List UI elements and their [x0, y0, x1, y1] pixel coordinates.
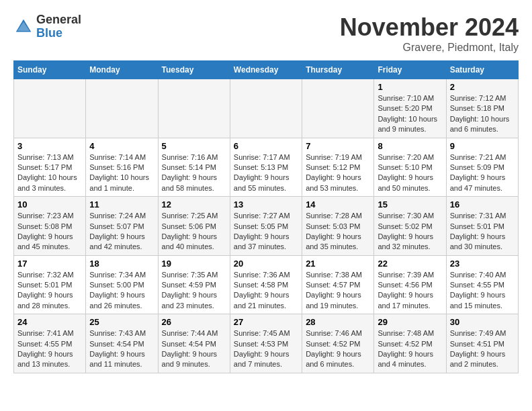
day-number: 7 [306, 141, 370, 151]
day-info: Sunrise: 7:44 AM Sunset: 4:54 PM Dayligh… [162, 328, 226, 370]
col-wednesday: Wednesday [230, 61, 302, 79]
table-row: 1Sunrise: 7:10 AM Sunset: 5:20 PM Daylig… [374, 79, 446, 138]
table-row: 10Sunrise: 7:23 AM Sunset: 5:08 PM Dayli… [14, 197, 86, 256]
day-number: 15 [378, 199, 442, 210]
table-row: 24Sunrise: 7:41 AM Sunset: 4:55 PM Dayli… [14, 314, 86, 373]
logo-icon [13, 17, 34, 37]
day-info: Sunrise: 7:35 AM Sunset: 4:59 PM Dayligh… [162, 270, 226, 312]
logo-general-text: General [36, 13, 81, 27]
table-row: 11Sunrise: 7:24 AM Sunset: 5:07 PM Dayli… [86, 197, 158, 256]
day-info: Sunrise: 7:34 AM Sunset: 5:00 PM Dayligh… [89, 270, 154, 312]
day-info: Sunrise: 7:19 AM Sunset: 5:12 PM Dayligh… [306, 152, 370, 194]
day-info: Sunrise: 7:31 AM Sunset: 5:01 PM Dayligh… [450, 211, 515, 253]
day-info: Sunrise: 7:43 AM Sunset: 4:54 PM Dayligh… [89, 328, 154, 370]
day-number: 25 [89, 317, 154, 327]
day-number: 10 [17, 199, 82, 210]
table-row [14, 79, 86, 138]
table-row: 2Sunrise: 7:12 AM Sunset: 5:18 PM Daylig… [446, 79, 518, 138]
day-info: Sunrise: 7:25 AM Sunset: 5:06 PM Dayligh… [162, 211, 226, 253]
col-monday: Monday [86, 61, 158, 79]
calendar-week-5: 24Sunrise: 7:41 AM Sunset: 4:55 PM Dayli… [14, 314, 519, 373]
table-row: 7Sunrise: 7:19 AM Sunset: 5:12 PM Daylig… [302, 138, 374, 197]
day-info: Sunrise: 7:23 AM Sunset: 5:08 PM Dayligh… [17, 211, 82, 253]
day-number: 9 [450, 141, 515, 151]
day-info: Sunrise: 7:48 AM Sunset: 4:52 PM Dayligh… [378, 328, 442, 370]
day-info: Sunrise: 7:49 AM Sunset: 4:51 PM Dayligh… [450, 328, 515, 370]
table-row: 30Sunrise: 7:49 AM Sunset: 4:51 PM Dayli… [446, 314, 518, 373]
calendar-week-2: 3Sunrise: 7:13 AM Sunset: 5:17 PM Daylig… [14, 138, 519, 197]
day-info: Sunrise: 7:27 AM Sunset: 5:05 PM Dayligh… [234, 211, 298, 253]
page-header: General Blue November 2024 Gravere, Pied… [13, 13, 519, 54]
day-info: Sunrise: 7:32 AM Sunset: 5:01 PM Dayligh… [17, 270, 82, 312]
day-number: 23 [450, 259, 515, 269]
calendar-table: Sunday Monday Tuesday Wednesday Thursday… [13, 60, 519, 373]
table-row: 25Sunrise: 7:43 AM Sunset: 4:54 PM Dayli… [86, 314, 158, 373]
day-number: 2 [450, 82, 515, 92]
table-row [230, 79, 302, 138]
col-saturday: Saturday [446, 61, 518, 79]
day-number: 5 [162, 141, 226, 151]
day-info: Sunrise: 7:24 AM Sunset: 5:07 PM Dayligh… [89, 211, 154, 253]
day-number: 12 [162, 199, 226, 210]
day-info: Sunrise: 7:17 AM Sunset: 5:13 PM Dayligh… [234, 152, 298, 194]
day-info: Sunrise: 7:13 AM Sunset: 5:17 PM Dayligh… [17, 152, 82, 194]
col-tuesday: Tuesday [158, 61, 230, 79]
day-number: 22 [378, 259, 442, 269]
table-row: 17Sunrise: 7:32 AM Sunset: 5:01 PM Dayli… [14, 255, 86, 314]
month-title: November 2024 [340, 13, 519, 42]
calendar-week-3: 10Sunrise: 7:23 AM Sunset: 5:08 PM Dayli… [14, 197, 519, 256]
header-row: Sunday Monday Tuesday Wednesday Thursday… [14, 61, 519, 79]
calendar-body: 1Sunrise: 7:10 AM Sunset: 5:20 PM Daylig… [14, 79, 519, 373]
day-info: Sunrise: 7:41 AM Sunset: 4:55 PM Dayligh… [17, 328, 82, 370]
day-number: 16 [450, 199, 515, 210]
table-row: 9Sunrise: 7:21 AM Sunset: 5:09 PM Daylig… [446, 138, 518, 197]
day-number: 26 [162, 317, 226, 327]
day-number: 8 [378, 141, 442, 151]
day-number: 11 [89, 199, 154, 210]
day-number: 30 [450, 317, 515, 327]
day-number: 18 [89, 259, 154, 269]
day-info: Sunrise: 7:39 AM Sunset: 4:56 PM Dayligh… [378, 270, 442, 312]
day-number: 29 [378, 317, 442, 327]
day-number: 3 [17, 141, 82, 151]
day-number: 28 [306, 317, 370, 327]
table-row: 19Sunrise: 7:35 AM Sunset: 4:59 PM Dayli… [158, 255, 230, 314]
table-row: 27Sunrise: 7:45 AM Sunset: 4:53 PM Dayli… [230, 314, 302, 373]
day-number: 21 [306, 259, 370, 269]
day-info: Sunrise: 7:14 AM Sunset: 5:16 PM Dayligh… [89, 152, 154, 194]
day-info: Sunrise: 7:46 AM Sunset: 4:52 PM Dayligh… [306, 328, 370, 370]
table-row: 14Sunrise: 7:28 AM Sunset: 5:03 PM Dayli… [302, 197, 374, 256]
table-row: 6Sunrise: 7:17 AM Sunset: 5:13 PM Daylig… [230, 138, 302, 197]
day-info: Sunrise: 7:38 AM Sunset: 4:57 PM Dayligh… [306, 270, 370, 312]
day-info: Sunrise: 7:10 AM Sunset: 5:20 PM Dayligh… [378, 93, 442, 135]
table-row: 13Sunrise: 7:27 AM Sunset: 5:05 PM Dayli… [230, 197, 302, 256]
table-row: 26Sunrise: 7:44 AM Sunset: 4:54 PM Dayli… [158, 314, 230, 373]
calendar-week-4: 17Sunrise: 7:32 AM Sunset: 5:01 PM Dayli… [14, 255, 519, 314]
table-row [302, 79, 374, 138]
day-number: 13 [234, 199, 298, 210]
day-info: Sunrise: 7:30 AM Sunset: 5:02 PM Dayligh… [378, 211, 442, 253]
table-row: 20Sunrise: 7:36 AM Sunset: 4:58 PM Dayli… [230, 255, 302, 314]
col-friday: Friday [374, 61, 446, 79]
logo: General Blue [13, 13, 81, 40]
table-row: 5Sunrise: 7:16 AM Sunset: 5:14 PM Daylig… [158, 138, 230, 197]
table-row: 8Sunrise: 7:20 AM Sunset: 5:10 PM Daylig… [374, 138, 446, 197]
col-sunday: Sunday [14, 61, 86, 79]
day-info: Sunrise: 7:28 AM Sunset: 5:03 PM Dayligh… [306, 211, 370, 253]
day-info: Sunrise: 7:21 AM Sunset: 5:09 PM Dayligh… [450, 152, 515, 194]
location-text: Gravere, Piedmont, Italy [340, 42, 519, 54]
table-row: 18Sunrise: 7:34 AM Sunset: 5:00 PM Dayli… [86, 255, 158, 314]
table-row: 28Sunrise: 7:46 AM Sunset: 4:52 PM Dayli… [302, 314, 374, 373]
day-info: Sunrise: 7:20 AM Sunset: 5:10 PM Dayligh… [378, 152, 442, 194]
day-info: Sunrise: 7:36 AM Sunset: 4:58 PM Dayligh… [234, 270, 298, 312]
day-number: 19 [162, 259, 226, 269]
calendar-week-1: 1Sunrise: 7:10 AM Sunset: 5:20 PM Daylig… [14, 79, 519, 138]
day-number: 20 [234, 259, 298, 269]
table-row: 22Sunrise: 7:39 AM Sunset: 4:56 PM Dayli… [374, 255, 446, 314]
table-row: 29Sunrise: 7:48 AM Sunset: 4:52 PM Dayli… [374, 314, 446, 373]
table-row: 15Sunrise: 7:30 AM Sunset: 5:02 PM Dayli… [374, 197, 446, 256]
table-row: 23Sunrise: 7:40 AM Sunset: 4:55 PM Dayli… [446, 255, 518, 314]
day-number: 4 [89, 141, 154, 151]
table-row: 16Sunrise: 7:31 AM Sunset: 5:01 PM Dayli… [446, 197, 518, 256]
day-info: Sunrise: 7:12 AM Sunset: 5:18 PM Dayligh… [450, 93, 515, 135]
